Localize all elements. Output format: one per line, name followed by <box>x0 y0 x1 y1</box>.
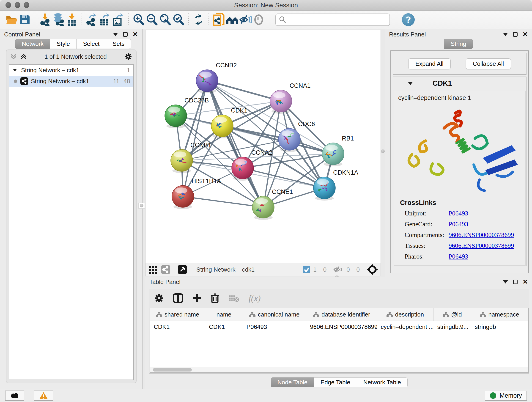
status-bar: Memory <box>0 389 532 402</box>
hide-selected-button[interactable] <box>239 13 252 27</box>
panel-splitter-handle[interactable] <box>381 149 385 153</box>
gene-section-header[interactable]: CDK1 <box>393 77 526 90</box>
open-in-new-window-icon[interactable] <box>177 264 187 274</box>
memory-label: Memory <box>500 392 522 399</box>
horizontal-scrollbar[interactable] <box>150 367 528 372</box>
column-type-icon <box>443 312 449 317</box>
panel-splitter-handle[interactable] <box>138 203 145 209</box>
network-current-indicator <box>14 80 17 83</box>
uniprot-link[interactable]: P06493 <box>449 210 468 217</box>
zoom-in-button[interactable] <box>132 13 145 27</box>
tab-edge-table[interactable]: Edge Table <box>314 377 357 387</box>
cloud-status-button[interactable] <box>5 390 24 401</box>
hidden-nodes-edges-count: 0 – 0 <box>346 266 360 273</box>
add-column-icon[interactable] <box>192 294 201 303</box>
export-network-button[interactable] <box>85 13 99 27</box>
panel-float-icon[interactable] <box>123 32 128 37</box>
help-button[interactable]: ? <box>402 13 415 26</box>
gear-icon[interactable] <box>124 52 133 61</box>
column-header[interactable]: namespace <box>471 308 528 321</box>
zoom-out-button[interactable] <box>145 13 158 27</box>
table-options-gear-icon[interactable] <box>154 293 164 303</box>
network-node-label: HIST1H1A <box>191 178 221 185</box>
tab-network[interactable]: Network <box>15 39 50 49</box>
panel-float-icon[interactable] <box>513 32 518 37</box>
delete-column-icon[interactable] <box>210 293 219 303</box>
show-all-button[interactable] <box>252 13 265 27</box>
table-type-tabs: Node Table Edge Table Network Table <box>271 377 408 387</box>
network-view[interactable]: CCNB2CCNA1CDC25BCDK1CDC6RB1CCNB1CCNA2CDK… <box>145 30 381 263</box>
table-row[interactable]: CDK1 CDK1 P06493 9606.ENSP00000378699 cy… <box>150 321 528 332</box>
zoom-fit-button[interactable] <box>158 13 172 27</box>
search-box[interactable] <box>275 13 390 26</box>
compartments-link[interactable]: 9606.ENSP00000378699 <box>449 231 514 239</box>
tab-sets[interactable]: Sets <box>106 39 131 49</box>
column-header[interactable]: canonical name <box>243 308 306 321</box>
export-image-button[interactable] <box>112 13 125 27</box>
import-table-from-file-button[interactable] <box>65 13 78 27</box>
tab-node-table[interactable]: Node Table <box>271 377 314 387</box>
expand-all-button[interactable]: Expand All <box>408 58 451 69</box>
memory-button[interactable]: Memory <box>485 391 527 401</box>
protein-structure-image <box>398 106 526 196</box>
main-toolbar: ? <box>0 11 532 29</box>
tab-network-table[interactable]: Network Table <box>357 377 408 387</box>
import-network-from-database-button[interactable] <box>52 13 65 27</box>
collection-expand-icon[interactable] <box>13 69 17 71</box>
expand-all-icon[interactable] <box>20 53 27 60</box>
panel-menu-icon[interactable] <box>503 33 508 36</box>
panel-close-icon[interactable]: ✕ <box>133 32 138 37</box>
network-view-icon[interactable] <box>161 264 171 274</box>
birdseye-view-icon[interactable] <box>366 264 378 275</box>
collapse-all-button[interactable]: Collapse All <box>466 58 511 69</box>
column-type-icon <box>249 312 255 317</box>
search-input[interactable] <box>286 16 385 24</box>
scrollbar-thumb[interactable] <box>153 368 192 371</box>
genecard-link[interactable]: P06493 <box>449 220 468 228</box>
title-bar: Session: New Session <box>0 0 532 11</box>
column-header[interactable]: @id <box>434 308 471 321</box>
network-collection-row[interactable]: String Network – cdk1 1 <box>9 65 133 76</box>
tab-string[interactable]: String <box>444 39 473 49</box>
collapse-all-icon[interactable] <box>10 53 17 60</box>
panel-menu-icon[interactable] <box>503 280 508 283</box>
network-tree: String Network – cdk1 1 String Network –… <box>9 64 134 380</box>
selected-checkbox-icon[interactable] <box>303 266 310 274</box>
tissues-link[interactable]: 9606.ENSP00000378699 <box>449 242 514 249</box>
column-header[interactable]: name <box>205 308 243 321</box>
network-tab-content: 1 of 1 Network selected String Network –… <box>6 50 137 383</box>
section-collapse-icon[interactable] <box>408 82 413 85</box>
import-network-from-file-button[interactable] <box>38 13 52 27</box>
delete-table-icon[interactable] <box>228 294 239 302</box>
network-edge[interactable] <box>183 196 263 207</box>
column-header[interactable]: description <box>377 308 434 321</box>
network-view-toolbar: String Network – cdk1 1 – 0 0 – 0 <box>145 263 381 276</box>
column-header[interactable]: shared name <box>150 308 205 321</box>
network-row-selected[interactable]: String Network – cdk1 11 48 <box>9 76 133 87</box>
panel-float-icon[interactable] <box>513 280 518 284</box>
tab-style[interactable]: Style <box>50 39 76 49</box>
network-edge[interactable] <box>207 81 263 207</box>
pharos-link[interactable]: P06493 <box>449 253 468 260</box>
first-neighbors-button[interactable] <box>225 13 239 27</box>
network-from-selection-button[interactable] <box>212 13 225 27</box>
network-graph[interactable]: CCNB2CCNA1CDC25BCDK1CDC6RB1CCNB1CCNA2CDK… <box>146 30 381 263</box>
open-session-button[interactable] <box>5 13 18 27</box>
export-table-button[interactable] <box>99 13 112 27</box>
tab-select[interactable]: Select <box>76 39 106 49</box>
warnings-button[interactable] <box>34 390 53 401</box>
column-header[interactable]: database identifier <box>306 308 377 321</box>
zoom-selected-button[interactable] <box>172 13 185 27</box>
apply-layout-button[interactable] <box>192 13 205 27</box>
panel-close-icon[interactable]: ✕ <box>523 32 528 37</box>
function-builder-button[interactable]: f(x) <box>249 293 261 303</box>
panel-menu-icon[interactable] <box>113 33 118 36</box>
edge-count: 48 <box>123 78 130 85</box>
gene-symbol: CDK1 <box>433 79 452 88</box>
save-session-button[interactable] <box>18 13 32 27</box>
memory-status-dot <box>490 392 496 399</box>
grid-icon[interactable] <box>149 265 158 274</box>
gene-description: cyclin–dependent kinase 1 <box>394 91 525 102</box>
panel-close-icon[interactable]: ✕ <box>523 280 528 284</box>
show-column-panel-icon[interactable] <box>173 293 183 303</box>
